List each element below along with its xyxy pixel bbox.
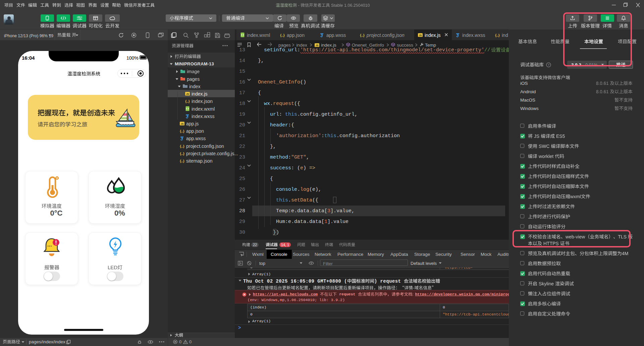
- svg-text:{..}: {..}: [180, 144, 184, 148]
- svg-text:JS: JS: [315, 44, 318, 47]
- svg-text:{..}: {..}: [180, 129, 184, 133]
- svg-text:{..}: {..}: [495, 34, 499, 37]
- svg-text:JS: JS: [419, 34, 422, 37]
- svg-text:{..}: {..}: [180, 152, 184, 155]
- svg-text:{..}: {..}: [180, 159, 184, 163]
- svg-text:?: ?: [548, 63, 549, 67]
- svg-text:{..}: {..}: [360, 34, 364, 37]
- svg-text:JS: JS: [180, 122, 183, 125]
- svg-text:{..}: {..}: [280, 34, 284, 37]
- svg-text:JS: JS: [186, 93, 189, 96]
- svg-text:{..}: {..}: [185, 100, 190, 103]
